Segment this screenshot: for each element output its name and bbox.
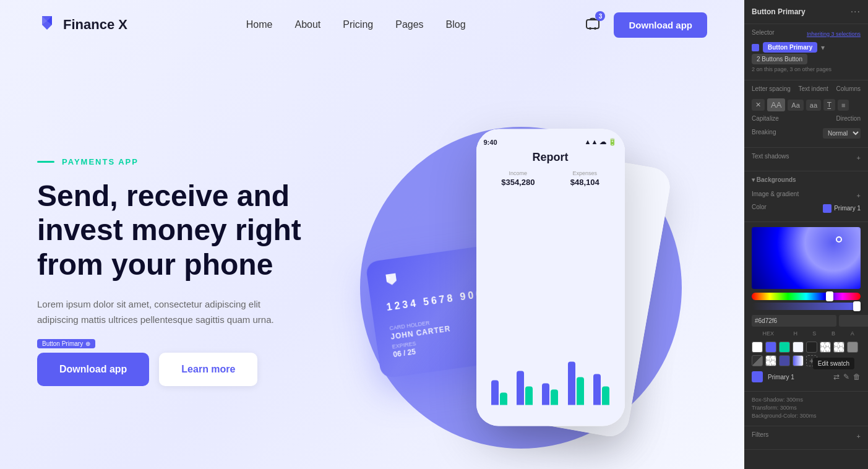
- bar-expense-mar: [551, 390, 558, 405]
- swatch-dark[interactable]: [806, 342, 817, 353]
- swatch-blue-semi[interactable]: [779, 355, 790, 366]
- color-gradient-canvas[interactable]: [752, 227, 861, 289]
- panel-title: Button Primary: [752, 7, 806, 16]
- color-preview-swatch[interactable]: [823, 204, 831, 213]
- svg-rect-0: [587, 20, 599, 28]
- bg-color-transition: Background-Color: 300ms: [752, 413, 861, 419]
- phone-expenses-stat: Expenses $48,104: [570, 170, 599, 187]
- selector-chevron[interactable]: ▾: [821, 43, 825, 52]
- color-cursor[interactable]: [836, 236, 842, 243]
- remove-style-btn[interactable]: ✕: [752, 99, 765, 111]
- swatch-gray[interactable]: [847, 342, 858, 353]
- alpha-slider[interactable]: [752, 303, 861, 310]
- phone-time: 9:40: [484, 138, 497, 145]
- color-gradient-picker[interactable]: [752, 227, 861, 310]
- lowercase-aa-btn[interactable]: aa: [806, 100, 821, 111]
- payments-tag: PAYMENTS APP: [37, 157, 334, 166]
- nav-pricing[interactable]: Pricing: [343, 19, 373, 30]
- selector-section: Selector Inheriting 3 selections Button …: [744, 24, 868, 80]
- large-aa-btn[interactable]: AA: [767, 98, 785, 111]
- hero-right: Income Expenses + 🏠 ◁ 📊 ⋯: [334, 74, 707, 469]
- swatch-blue[interactable]: [765, 342, 776, 353]
- swatch-white[interactable]: [752, 342, 763, 353]
- swatch-transparent2[interactable]: [833, 342, 844, 353]
- hue-slider[interactable]: [752, 293, 861, 300]
- svg-point-1: [589, 27, 591, 30]
- align-btn[interactable]: ≡: [838, 100, 849, 111]
- backgrounds-label: ▾ Backgrounds: [752, 176, 796, 183]
- nav-blog[interactable]: Blog: [446, 19, 466, 30]
- phone-front-mockup: 9:40 ▲▲ ☁ 🔋 Report Income $354,280 Expen…: [476, 129, 625, 426]
- swatch-transparent[interactable]: [820, 342, 831, 353]
- capitalize-row: Capitalize Direction: [752, 115, 861, 124]
- hex-input[interactable]: [752, 315, 836, 327]
- selector-hint[interactable]: Inheriting 3 selections: [807, 31, 861, 37]
- swatch-gradient[interactable]: [793, 355, 804, 366]
- swatch-light[interactable]: [793, 342, 804, 353]
- buttons-chip[interactable]: 2 Buttons Button: [752, 54, 807, 64]
- logo-icon: [37, 14, 57, 36]
- direction-label: Direction: [836, 115, 861, 122]
- logo[interactable]: Finance X: [37, 14, 127, 36]
- color-label: Color: [752, 204, 767, 210]
- logo-text: Finance X: [63, 17, 127, 33]
- bar-expense-jan: [500, 393, 507, 405]
- primary-color-swatch[interactable]: [752, 371, 763, 382]
- nav-links: Home About Pricing Pages Blog: [246, 19, 466, 30]
- main-website: Finance X Home About Pricing Pages Blog …: [0, 0, 744, 469]
- nav-pages[interactable]: Pages: [395, 19, 423, 30]
- add-filter-btn[interactable]: +: [857, 432, 861, 440]
- download-app-nav-button[interactable]: Download app: [614, 12, 707, 38]
- capitalize-label: Capitalize: [752, 115, 779, 122]
- transitions-section: Box-Shadow: 300ms Transform: 300ms Backg…: [744, 392, 868, 426]
- panel-options-icon[interactable]: ···: [851, 6, 861, 17]
- primary-delete-icon[interactable]: 🗑: [853, 372, 861, 381]
- hero-heading: Send, receive and invest money right fro…: [37, 179, 334, 282]
- color-name: Primary 1: [834, 205, 861, 212]
- columns-label: Columns: [836, 85, 861, 92]
- bar-income-may: [593, 374, 601, 405]
- hue-thumb[interactable]: [826, 291, 833, 301]
- add-image-btn[interactable]: +: [857, 192, 861, 199]
- small-aa-btn[interactable]: Aa: [788, 100, 803, 111]
- hex-label: HEX: [752, 330, 784, 337]
- cart-badge: 3: [595, 11, 605, 21]
- hero-description: Lorem ipsum dolor sit amet, consectetur …: [37, 296, 285, 328]
- hero-buttons: Button Primary Download app Learn more: [37, 353, 334, 386]
- phone-status-bar: 9:40 ▲▲ ☁ 🔋: [484, 138, 617, 146]
- color-row: Color Primary 1: [752, 204, 861, 213]
- primary-edit-icon[interactable]: ✎: [843, 372, 849, 381]
- nav-about[interactable]: About: [294, 19, 320, 30]
- bar-mar: [542, 384, 558, 405]
- income-value: $354,280: [501, 178, 535, 187]
- swatch-transparent3[interactable]: [765, 355, 776, 366]
- bar-jan: [491, 381, 507, 405]
- underline-btn[interactable]: T̲: [823, 99, 835, 111]
- primary-label: Primary 1: [768, 374, 828, 381]
- primary-link-icon[interactable]: ⇄: [833, 372, 840, 381]
- learn-more-button[interactable]: Learn more: [159, 353, 257, 386]
- image-gradient-label: Image & gradient: [752, 191, 799, 197]
- breaking-select[interactable]: Normal: [823, 128, 861, 139]
- button-primary-chip[interactable]: Button Primary: [763, 42, 817, 53]
- income-label: Income: [501, 170, 535, 176]
- nav-right: 3 Download app: [584, 12, 707, 38]
- payments-label: PAYMENTS APP: [62, 157, 139, 166]
- payments-line: [37, 161, 54, 163]
- bar-income-mar: [542, 384, 549, 405]
- selector-row: Selector Inheriting 3 selections: [752, 29, 861, 38]
- download-app-hero-button[interactable]: Download app: [37, 353, 149, 386]
- svg-point-2: [594, 27, 596, 30]
- swatch-green[interactable]: [779, 342, 790, 353]
- nav-home[interactable]: Home: [246, 19, 273, 30]
- bar-expense-apr: [577, 377, 584, 405]
- cart-icon[interactable]: 3: [584, 15, 601, 35]
- text-shadows-row: Text shadows +: [752, 153, 861, 162]
- filters-row: Filters +: [752, 431, 861, 441]
- alpha-thumb[interactable]: [853, 301, 861, 311]
- add-text-shadow-btn[interactable]: +: [857, 154, 861, 161]
- h-input[interactable]: [839, 315, 868, 327]
- bar-expense-may: [602, 387, 609, 405]
- chip2-row: 2 Buttons Button: [752, 55, 861, 62]
- swatch-diagonal[interactable]: [752, 355, 763, 366]
